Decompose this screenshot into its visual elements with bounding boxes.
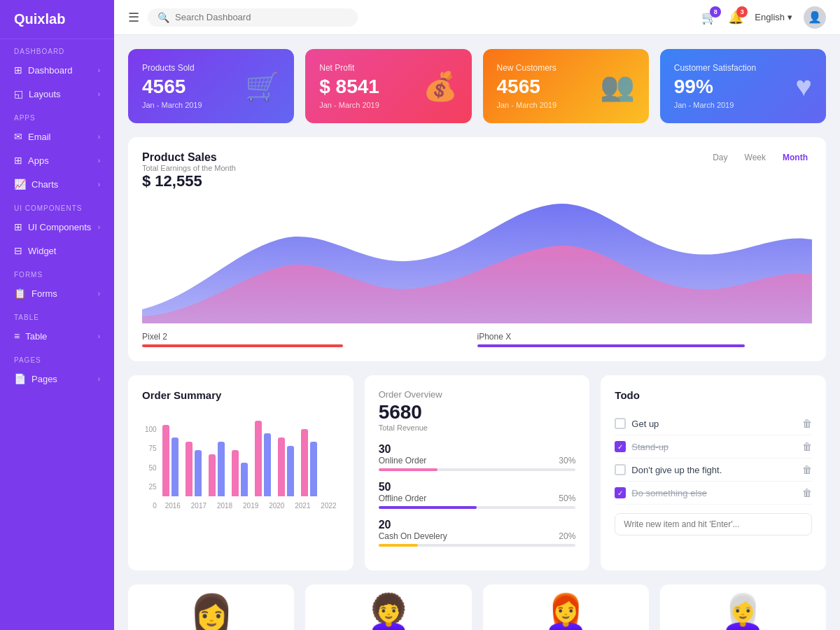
bottom-row: Order Summary 100 75 50 25 0 20162017201… [128, 375, 826, 570]
alert-badge: 3 [736, 6, 748, 18]
blue-bar [287, 446, 294, 496]
todo-delete-button[interactable]: 🗑 [802, 464, 812, 475]
product-sales-section: Product Sales Total Earnings of the Mont… [128, 137, 826, 361]
alerts-button[interactable]: 🔔 3 [728, 10, 743, 25]
todo-item: Get up🗑 [615, 412, 812, 435]
chevron-icon: › [98, 375, 100, 383]
notifications-button[interactable]: 🛒 8 [701, 10, 717, 25]
sidebar-item-label: Dashboard [28, 65, 73, 76]
users-icon: 👥 [600, 70, 635, 103]
language-selector[interactable]: English ▾ [755, 12, 792, 22]
person-card-1: 👩 [128, 584, 294, 630]
bar-group [278, 438, 294, 496]
cart-icon: 🛒 [245, 70, 280, 103]
legend-label: iPhone X [477, 332, 813, 342]
stat-card-date: Jan - March 2019 [674, 101, 812, 109]
sidebar-item-table[interactable]: ≡ Table › [0, 324, 114, 348]
person-card-2: 👩‍🦱 [305, 584, 471, 630]
tab-day[interactable]: Day [708, 151, 732, 164]
legend-label: Pixel 2 [142, 332, 477, 342]
pink-bar [232, 450, 239, 496]
sidebar-item-email[interactable]: ✉ Email › [0, 125, 114, 148]
sidebar-item-ui-components[interactable]: ⊞ UI Components › [0, 215, 114, 239]
stat-card-satisfaction: Customer Satisfaction 99% Jan - March 20… [660, 49, 826, 123]
blue-bar [241, 463, 248, 496]
avatar[interactable]: 👤 [804, 6, 826, 29]
todo-checkbox[interactable]: ✓ [615, 441, 626, 452]
y-axis-labels: 100 75 50 25 0 [142, 426, 160, 510]
ui-icon: ⊞ [14, 221, 22, 232]
logo: Quixlab [0, 0, 114, 39]
table-icon: ≡ [14, 330, 20, 342]
bar-group [232, 450, 248, 496]
search-input[interactable] [175, 12, 348, 22]
todo-label: Stand-up [631, 442, 668, 452]
todo-items: Get up🗑✓Stand-up🗑Don't give up the fight… [615, 412, 812, 505]
order-summary-section: Order Summary 100 75 50 25 0 20162017201… [128, 375, 354, 570]
section-label-dashboard: DASHBOARD [0, 39, 114, 58]
blue-bar [264, 433, 271, 496]
todo-item: ✓Do something else🗑 [615, 482, 812, 505]
sidebar-item-dashboard[interactable]: ⊞ Dashboard › [0, 58, 114, 82]
sidebar-item-label: Layouts [29, 89, 61, 99]
person-avatar-3: 👩‍🦰 [544, 592, 587, 630]
overview-bar-fill [379, 468, 438, 471]
todo-checkbox[interactable]: ✓ [615, 487, 626, 498]
legend-bar-pixel2 [142, 344, 343, 347]
overview-item-label: Offline Order [379, 493, 426, 503]
todo-checkbox[interactable] [615, 418, 626, 429]
sidebar-item-charts[interactable]: 📈 Charts › [0, 172, 114, 196]
chevron-icon: › [98, 332, 100, 340]
pink-bar [162, 425, 169, 496]
stat-card-value: 99% [674, 76, 812, 98]
chart-subtitle: Total Earnings of the Month [142, 164, 236, 172]
sidebar: Quixlab DASHBOARD ⊞ Dashboard › ◱ Layout… [0, 0, 114, 630]
stat-cards: Products Sold 4565 Jan - March 2019 🛒 Ne… [128, 49, 826, 123]
todo-delete-button[interactable]: 🗑 [802, 441, 812, 452]
todo-title: Todo [615, 389, 812, 401]
forms-icon: 📋 [14, 288, 26, 299]
email-icon: ✉ [14, 131, 22, 142]
todo-delete-button[interactable]: 🗑 [802, 487, 812, 498]
tab-week[interactable]: Week [741, 151, 770, 164]
sidebar-item-layouts[interactable]: ◱ Layouts › [0, 82, 114, 106]
overview-item: 50Offline Order50% [379, 481, 576, 509]
person-card-4: 👩‍🦳 [660, 584, 826, 630]
todo-delete-button[interactable]: 🗑 [802, 418, 812, 429]
person-avatar-2: 👩‍🦱 [367, 592, 410, 630]
todo-checkbox[interactable] [615, 464, 626, 475]
chart-tabs: Day Week Month [708, 151, 812, 164]
hamburger-icon[interactable]: ☰ [128, 10, 139, 25]
todo-input[interactable] [615, 513, 812, 536]
sidebar-item-pages[interactable]: 📄 Pages › [0, 367, 114, 391]
x-axis-labels: 2016201720182019202020212022 [162, 502, 340, 510]
person-cards: 👩 👩‍🦱 👩‍🦰 👩‍🦳 [128, 584, 826, 630]
chevron-icon: › [98, 157, 100, 164]
overview-item-num: 50 [379, 481, 576, 493]
sidebar-item-widget[interactable]: ⊟ Widget [0, 239, 114, 262]
blue-bar [218, 442, 225, 496]
bar-group [255, 421, 271, 496]
section-label-apps: APPS [0, 106, 114, 125]
chevron-icon: › [98, 223, 100, 231]
stat-card-new-customers: New Customers 4565 Jan - March 2019 👥 [483, 49, 649, 123]
overview-title: Order Overview [379, 389, 576, 400]
chart-header: Product Sales Total Earnings of the Mont… [142, 151, 812, 190]
sidebar-item-label: Widget [28, 246, 56, 256]
sidebar-item-apps[interactable]: ⊞ Apps › [0, 148, 114, 172]
chart-title: Product Sales [142, 151, 236, 164]
overview-item-num: 30 [379, 443, 576, 456]
stat-card-net-profit: Net Profit $ 8541 Jan - March 2019 💰 [305, 49, 471, 123]
cart-badge: 8 [710, 6, 721, 18]
sidebar-item-forms[interactable]: 📋 Forms › [0, 281, 114, 305]
todo-item: ✓Stand-up🗑 [615, 435, 812, 458]
bar-group [301, 429, 317, 496]
charts-icon: 📈 [14, 178, 26, 190]
tab-month[interactable]: Month [778, 151, 812, 164]
area-chart [142, 197, 812, 323]
overview-bar-fill [379, 544, 418, 547]
content-area: Products Sold 4565 Jan - March 2019 🛒 Ne… [114, 35, 840, 630]
legend-pixel2: Pixel 2 [142, 332, 477, 347]
bar-chart [162, 412, 340, 496]
todo-section: Todo Get up🗑✓Stand-up🗑Don't give up the … [601, 375, 826, 570]
